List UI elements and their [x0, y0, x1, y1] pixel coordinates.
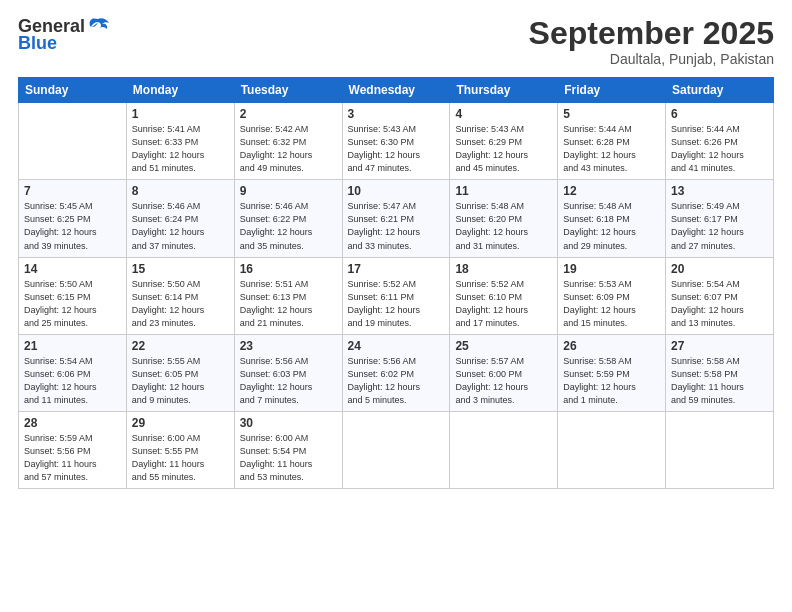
title-area: September 2025 Daultala, Punjab, Pakista… [529, 16, 774, 67]
table-row [19, 103, 127, 180]
table-row: 27Sunrise: 5:58 AM Sunset: 5:58 PM Dayli… [666, 334, 774, 411]
day-number: 19 [563, 262, 660, 276]
day-info: Sunrise: 5:54 AM Sunset: 6:06 PM Dayligh… [24, 355, 121, 407]
table-row [558, 411, 666, 488]
day-info: Sunrise: 5:52 AM Sunset: 6:11 PM Dayligh… [348, 278, 445, 330]
col-saturday: Saturday [666, 78, 774, 103]
table-row: 6Sunrise: 5:44 AM Sunset: 6:26 PM Daylig… [666, 103, 774, 180]
day-number: 4 [455, 107, 552, 121]
day-info: Sunrise: 5:42 AM Sunset: 6:32 PM Dayligh… [240, 123, 337, 175]
table-row: 17Sunrise: 5:52 AM Sunset: 6:11 PM Dayli… [342, 257, 450, 334]
day-info: Sunrise: 5:53 AM Sunset: 6:09 PM Dayligh… [563, 278, 660, 330]
calendar: Sunday Monday Tuesday Wednesday Thursday… [18, 77, 774, 489]
table-row: 1Sunrise: 5:41 AM Sunset: 6:33 PM Daylig… [126, 103, 234, 180]
day-number: 29 [132, 416, 229, 430]
day-number: 5 [563, 107, 660, 121]
logo-bird-icon [87, 17, 109, 37]
day-info: Sunrise: 5:41 AM Sunset: 6:33 PM Dayligh… [132, 123, 229, 175]
logo: General Blue [18, 16, 109, 54]
day-info: Sunrise: 5:48 AM Sunset: 6:20 PM Dayligh… [455, 200, 552, 252]
day-number: 11 [455, 184, 552, 198]
day-info: Sunrise: 5:50 AM Sunset: 6:15 PM Dayligh… [24, 278, 121, 330]
table-row: 9Sunrise: 5:46 AM Sunset: 6:22 PM Daylig… [234, 180, 342, 257]
col-tuesday: Tuesday [234, 78, 342, 103]
table-row: 21Sunrise: 5:54 AM Sunset: 6:06 PM Dayli… [19, 334, 127, 411]
day-info: Sunrise: 5:43 AM Sunset: 6:30 PM Dayligh… [348, 123, 445, 175]
day-number: 8 [132, 184, 229, 198]
day-number: 22 [132, 339, 229, 353]
day-number: 9 [240, 184, 337, 198]
table-row: 10Sunrise: 5:47 AM Sunset: 6:21 PM Dayli… [342, 180, 450, 257]
table-row [666, 411, 774, 488]
day-number: 12 [563, 184, 660, 198]
day-info: Sunrise: 5:55 AM Sunset: 6:05 PM Dayligh… [132, 355, 229, 407]
table-row [342, 411, 450, 488]
day-number: 16 [240, 262, 337, 276]
day-info: Sunrise: 5:46 AM Sunset: 6:24 PM Dayligh… [132, 200, 229, 252]
table-row: 26Sunrise: 5:58 AM Sunset: 5:59 PM Dayli… [558, 334, 666, 411]
table-row: 11Sunrise: 5:48 AM Sunset: 6:20 PM Dayli… [450, 180, 558, 257]
header: General Blue September 2025 Daultala, Pu… [18, 16, 774, 67]
day-info: Sunrise: 5:48 AM Sunset: 6:18 PM Dayligh… [563, 200, 660, 252]
day-info: Sunrise: 5:45 AM Sunset: 6:25 PM Dayligh… [24, 200, 121, 252]
table-row: 5Sunrise: 5:44 AM Sunset: 6:28 PM Daylig… [558, 103, 666, 180]
table-row: 12Sunrise: 5:48 AM Sunset: 6:18 PM Dayli… [558, 180, 666, 257]
table-row: 14Sunrise: 5:50 AM Sunset: 6:15 PM Dayli… [19, 257, 127, 334]
day-info: Sunrise: 6:00 AM Sunset: 5:55 PM Dayligh… [132, 432, 229, 484]
col-thursday: Thursday [450, 78, 558, 103]
month-title: September 2025 [529, 16, 774, 51]
table-row: 30Sunrise: 6:00 AM Sunset: 5:54 PM Dayli… [234, 411, 342, 488]
day-info: Sunrise: 5:58 AM Sunset: 5:59 PM Dayligh… [563, 355, 660, 407]
day-number: 30 [240, 416, 337, 430]
day-number: 28 [24, 416, 121, 430]
day-number: 15 [132, 262, 229, 276]
table-row: 29Sunrise: 6:00 AM Sunset: 5:55 PM Dayli… [126, 411, 234, 488]
day-info: Sunrise: 6:00 AM Sunset: 5:54 PM Dayligh… [240, 432, 337, 484]
table-row: 2Sunrise: 5:42 AM Sunset: 6:32 PM Daylig… [234, 103, 342, 180]
table-row: 24Sunrise: 5:56 AM Sunset: 6:02 PM Dayli… [342, 334, 450, 411]
day-number: 20 [671, 262, 768, 276]
day-number: 6 [671, 107, 768, 121]
day-number: 17 [348, 262, 445, 276]
day-info: Sunrise: 5:47 AM Sunset: 6:21 PM Dayligh… [348, 200, 445, 252]
table-row: 8Sunrise: 5:46 AM Sunset: 6:24 PM Daylig… [126, 180, 234, 257]
col-friday: Friday [558, 78, 666, 103]
location-title: Daultala, Punjab, Pakistan [529, 51, 774, 67]
table-row: 25Sunrise: 5:57 AM Sunset: 6:00 PM Dayli… [450, 334, 558, 411]
day-info: Sunrise: 5:50 AM Sunset: 6:14 PM Dayligh… [132, 278, 229, 330]
day-info: Sunrise: 5:54 AM Sunset: 6:07 PM Dayligh… [671, 278, 768, 330]
table-row: 20Sunrise: 5:54 AM Sunset: 6:07 PM Dayli… [666, 257, 774, 334]
day-number: 27 [671, 339, 768, 353]
page: General Blue September 2025 Daultala, Pu… [0, 0, 792, 612]
day-number: 2 [240, 107, 337, 121]
day-number: 14 [24, 262, 121, 276]
table-row: 7Sunrise: 5:45 AM Sunset: 6:25 PM Daylig… [19, 180, 127, 257]
day-number: 10 [348, 184, 445, 198]
table-row: 4Sunrise: 5:43 AM Sunset: 6:29 PM Daylig… [450, 103, 558, 180]
day-number: 23 [240, 339, 337, 353]
day-info: Sunrise: 5:52 AM Sunset: 6:10 PM Dayligh… [455, 278, 552, 330]
table-row: 18Sunrise: 5:52 AM Sunset: 6:10 PM Dayli… [450, 257, 558, 334]
day-info: Sunrise: 5:43 AM Sunset: 6:29 PM Dayligh… [455, 123, 552, 175]
day-info: Sunrise: 5:58 AM Sunset: 5:58 PM Dayligh… [671, 355, 768, 407]
day-info: Sunrise: 5:56 AM Sunset: 6:03 PM Dayligh… [240, 355, 337, 407]
table-row: 15Sunrise: 5:50 AM Sunset: 6:14 PM Dayli… [126, 257, 234, 334]
table-row [450, 411, 558, 488]
table-row: 23Sunrise: 5:56 AM Sunset: 6:03 PM Dayli… [234, 334, 342, 411]
day-number: 21 [24, 339, 121, 353]
day-info: Sunrise: 5:44 AM Sunset: 6:28 PM Dayligh… [563, 123, 660, 175]
day-number: 7 [24, 184, 121, 198]
table-row: 16Sunrise: 5:51 AM Sunset: 6:13 PM Dayli… [234, 257, 342, 334]
table-row: 19Sunrise: 5:53 AM Sunset: 6:09 PM Dayli… [558, 257, 666, 334]
day-number: 26 [563, 339, 660, 353]
table-row: 22Sunrise: 5:55 AM Sunset: 6:05 PM Dayli… [126, 334, 234, 411]
day-info: Sunrise: 5:49 AM Sunset: 6:17 PM Dayligh… [671, 200, 768, 252]
day-info: Sunrise: 5:46 AM Sunset: 6:22 PM Dayligh… [240, 200, 337, 252]
day-number: 13 [671, 184, 768, 198]
col-monday: Monday [126, 78, 234, 103]
day-number: 3 [348, 107, 445, 121]
day-number: 1 [132, 107, 229, 121]
day-info: Sunrise: 5:59 AM Sunset: 5:56 PM Dayligh… [24, 432, 121, 484]
col-sunday: Sunday [19, 78, 127, 103]
table-row: 28Sunrise: 5:59 AM Sunset: 5:56 PM Dayli… [19, 411, 127, 488]
